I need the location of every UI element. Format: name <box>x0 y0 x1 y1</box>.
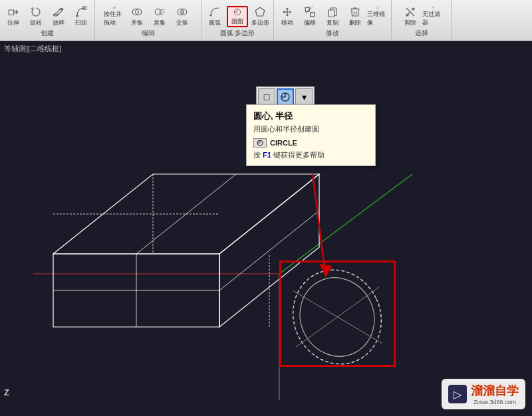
svg-rect-0 <box>9 10 14 15</box>
tool-offset[interactable]: 偏移 <box>299 6 321 27</box>
tool-polygon[interactable]: 多边形 <box>249 6 271 27</box>
tool-arc[interactable]: 圆弧 <box>204 6 225 27</box>
tool-no-filter[interactable]: 无过滤器 <box>422 6 444 27</box>
tool-3d-mirror[interactable]: 三维镜像 <box>367 6 388 27</box>
viewport: 等轴测][二维线框] □ ▾ <box>0 41 532 416</box>
tooltip-title: 圆心, 半径 <box>253 110 368 122</box>
group-label-modify: 修改 <box>326 29 339 38</box>
svg-rect-16 <box>305 7 309 11</box>
svg-rect-17 <box>311 13 315 17</box>
tooltip-command: CIRCLE <box>270 139 297 147</box>
tool-loft[interactable]: 放样 <box>48 6 69 27</box>
circle-submenu-icon: □ <box>258 88 275 106</box>
watermark-text: 溜溜自学 Zixue.3d66.com <box>471 383 519 405</box>
toolbar-group-draw: 圆弧 圆图 多边形 圆弧 多边形 <box>201 0 274 41</box>
red-highlight-box <box>279 260 396 367</box>
toolbar-group-create: 拉伸 旋转 放样 <box>0 0 95 41</box>
watermark-brand: 溜溜自学 <box>471 383 519 399</box>
tool-circle[interactable]: 圆图 <box>227 6 248 27</box>
group-label-create: 创建 <box>41 29 54 38</box>
svg-point-21 <box>412 8 414 10</box>
toolbar: 拉伸 旋转 放样 <box>0 0 532 41</box>
tool-trim[interactable]: 剪除 <box>400 6 421 27</box>
toolbar-group-modify: 移动 偏移 复制 <box>274 0 392 41</box>
svg-marker-15 <box>255 7 265 16</box>
tooltip-desc: 用圆心和半径创建圆 <box>253 124 368 134</box>
tool-rotate[interactable]: 旋转 <box>25 6 47 27</box>
tooltip-help: 按 F1 键获得更多帮助 <box>253 150 368 160</box>
watermark-icon: ▷ <box>448 385 467 403</box>
tooltip-cmd-icon <box>253 138 267 148</box>
tool-delete[interactable]: 删除 <box>344 6 366 27</box>
tool-move[interactable]: 移动 <box>277 6 298 27</box>
svg-line-26 <box>279 174 412 274</box>
svg-point-20 <box>406 14 408 16</box>
svg-point-9 <box>159 9 164 15</box>
toolbar-group-select: 剪除 无过滤器 选择 <box>392 0 452 41</box>
group-label-draw: 圆弧 多边形 <box>220 29 255 38</box>
watermark-site: Zixue.3d66.com <box>471 399 519 405</box>
svg-rect-18 <box>329 10 334 17</box>
toolbar-group-edit: 按住并拖动 并集 差集 <box>95 0 201 41</box>
tooltip-command-row: CIRCLE <box>253 138 368 148</box>
tool-push-pull[interactable]: 按住并拖动 <box>104 6 125 27</box>
watermark: ▷ 溜溜自学 Zixue.3d66.com <box>442 379 525 409</box>
svg-rect-5 <box>113 7 114 9</box>
circle-submenu-dropdown[interactable]: ▾ <box>295 88 313 106</box>
tool-union[interactable]: 并集 <box>126 6 148 27</box>
tool-copy[interactable]: 复制 <box>322 6 343 27</box>
tool-sweep[interactable]: 扫掠 <box>70 6 92 27</box>
tool-subtract[interactable]: 差集 <box>149 6 170 27</box>
circle-tool-tooltip: 圆心, 半径 用圆心和半径创建圆 CIRCLE 按 F1 键获得更多帮助 <box>246 104 376 166</box>
tool-stretch[interactable]: 拉伸 <box>3 6 24 27</box>
group-label-edit: 编辑 <box>142 29 155 38</box>
tooltip-help-key: F1 <box>263 151 271 159</box>
group-label-select: 选择 <box>415 29 428 38</box>
circle-submenu-circle[interactable] <box>277 88 294 106</box>
tool-intersect[interactable]: 交集 <box>172 6 193 27</box>
z-axis-label: Z <box>4 387 9 397</box>
